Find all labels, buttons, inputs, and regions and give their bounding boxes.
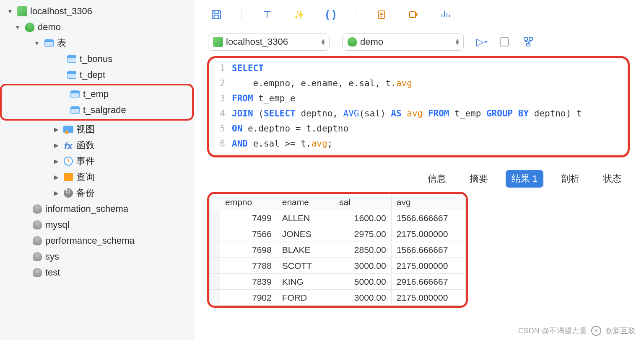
cell-empno[interactable]: 7698	[220, 242, 277, 258]
cell-empno[interactable]: 7788	[220, 258, 277, 274]
watermark-brand: 创新互联	[605, 326, 636, 336]
structure-button[interactable]	[522, 35, 535, 49]
tree-database[interactable]: ▼ demo	[0, 19, 194, 35]
code-line: 5ON e.deptno = t.deptno	[213, 121, 623, 136]
chart-button[interactable]	[439, 8, 452, 21]
stop-button[interactable]	[500, 37, 509, 46]
svg-rect-3	[524, 38, 527, 40]
row-header	[210, 290, 220, 306]
database-icon	[31, 267, 44, 278]
connection-selector[interactable]: localhost_3306 ▲▼	[208, 33, 330, 51]
cell-avg[interactable]: 2175.000000	[391, 258, 465, 274]
database-selector-label: demo	[360, 36, 383, 47]
tab-info[interactable]: 信息	[422, 170, 452, 188]
cell-avg[interactable]: 1566.666667	[391, 210, 465, 226]
tree-database-mysql[interactable]: mysql	[0, 217, 194, 233]
table-label: t_dept	[80, 70, 105, 80]
sidebar: ▼ localhost_3306 ▼ demo ▼ 表 t_bonus t_de…	[0, 0, 194, 340]
tab-summary[interactable]: 摘要	[464, 170, 494, 188]
database-label: sys	[45, 251, 59, 262]
line-number: 6	[213, 136, 232, 151]
tree-database-sys[interactable]: sys	[0, 249, 194, 265]
highlight-annotation: t_emp t_salgrade	[0, 84, 194, 121]
code-text: e.empno, e.ename, e.sal, t.avg	[232, 76, 412, 91]
explain-button[interactable]	[375, 8, 388, 21]
tab-result[interactable]: 结果 1	[506, 170, 543, 188]
tree-table-dept[interactable]: t_dept	[0, 67, 194, 83]
chevron-down-icon: ▼	[12, 24, 23, 31]
cell-sal[interactable]: 3000.00	[334, 258, 392, 274]
brackets-button[interactable]: ( )	[324, 8, 338, 21]
cell-sal[interactable]: 3000.00	[334, 290, 392, 306]
cell-avg[interactable]: 2916.666667	[391, 274, 465, 290]
column-header[interactable]: sal	[334, 194, 392, 210]
code-text: FROM t_emp e	[232, 91, 296, 106]
tree-database-test[interactable]: test	[0, 265, 194, 281]
stepper-arrows-icon: ▲▼	[454, 39, 460, 45]
cell-sal[interactable]: 2975.00	[334, 226, 392, 242]
table-row[interactable]: 7902FORD3000.002175.000000	[210, 290, 466, 306]
events-label: 事件	[76, 155, 95, 167]
tree-backup[interactable]: ▶ 备份	[0, 185, 194, 201]
brand-icon: ✕	[591, 326, 601, 336]
sql-editor[interactable]: 1SELECT2 e.empno, e.ename, e.sal, t.avg3…	[207, 56, 630, 157]
tree-table-salgrade[interactable]: t_salgrade	[3, 102, 190, 118]
cell-sal[interactable]: 2850.00	[334, 242, 392, 258]
cell-ename[interactable]: JONES	[277, 226, 334, 242]
database-icon	[346, 36, 358, 48]
table-row[interactable]: 7788SCOTT3000.002175.000000	[210, 258, 466, 274]
column-header[interactable]: empno	[220, 194, 277, 210]
tree-database-performance_schema[interactable]: performance_schema	[0, 233, 194, 249]
table-row[interactable]: 7839KING5000.002916.666667	[210, 274, 466, 290]
format-button[interactable]	[260, 8, 274, 21]
cell-ename[interactable]: FORD	[277, 290, 334, 306]
tree-views[interactable]: ▶ 视图	[0, 121, 194, 137]
tables-folder-icon	[43, 37, 55, 49]
cell-ename[interactable]: ALLEN	[277, 210, 334, 226]
cell-ename[interactable]: SCOTT	[277, 258, 334, 274]
run-button[interactable]: ▷▾	[476, 36, 487, 48]
cell-empno[interactable]: 7499	[220, 210, 277, 226]
cell-empno[interactable]: 7839	[220, 274, 277, 290]
connection-selector-label: localhost_3306	[226, 36, 288, 47]
table-row[interactable]: 7566JONES2975.002175.000000	[210, 226, 466, 242]
cell-sal[interactable]: 5000.00	[334, 274, 392, 290]
row-header	[210, 210, 220, 226]
table-icon	[65, 53, 78, 65]
export-button[interactable]	[407, 8, 420, 21]
tab-profiling[interactable]: 剖析	[555, 170, 585, 188]
column-header[interactable]: ename	[277, 194, 334, 210]
database-selector[interactable]: demo ▲▼	[342, 33, 464, 51]
cell-empno[interactable]: 7566	[220, 226, 277, 242]
connection-icon	[16, 5, 29, 17]
tree-tables-folder[interactable]: ▼ 表	[0, 35, 194, 51]
tree-connection[interactable]: ▼ localhost_3306	[0, 3, 194, 19]
cell-avg[interactable]: 2175.000000	[391, 290, 465, 306]
cell-empno[interactable]: 7902	[220, 290, 277, 306]
cell-avg[interactable]: 2175.000000	[391, 226, 465, 242]
line-number: 2	[213, 76, 232, 91]
line-number: 1	[213, 61, 232, 76]
cell-sal[interactable]: 1600.00	[334, 210, 392, 226]
tree-table-emp[interactable]: t_emp	[3, 86, 190, 102]
result-table-wrap: empno ename sal avg 7499ALLEN1600.001566…	[207, 192, 468, 308]
table-row[interactable]: 7499ALLEN1600.001566.666667	[210, 210, 466, 226]
tree-table-bonus[interactable]: t_bonus	[0, 51, 194, 67]
tree-database-information_schema[interactable]: information_schema	[0, 201, 194, 217]
events-icon	[62, 155, 75, 167]
save-button[interactable]	[210, 8, 223, 21]
cell-ename[interactable]: KING	[277, 274, 334, 290]
tab-status[interactable]: 状态	[597, 170, 627, 188]
cell-avg[interactable]: 1566.666667	[391, 242, 465, 258]
column-header[interactable]: avg	[391, 194, 465, 210]
selector-bar: localhost_3306 ▲▼ demo ▲▼ ▷▾	[194, 29, 644, 54]
tree-functions[interactable]: ▶ fx 函数	[0, 137, 194, 153]
views-label: 视图	[76, 123, 95, 136]
tree-queries[interactable]: ▶ 查询	[0, 169, 194, 185]
table-icon	[69, 88, 81, 100]
magic-button[interactable]: ✨	[292, 8, 306, 21]
table-row[interactable]: 7698BLAKE2850.001566.666667	[210, 242, 466, 258]
cell-ename[interactable]: BLAKE	[277, 242, 334, 258]
tree-events[interactable]: ▶ 事件	[0, 153, 194, 169]
table-label: t_salgrade	[83, 105, 126, 116]
